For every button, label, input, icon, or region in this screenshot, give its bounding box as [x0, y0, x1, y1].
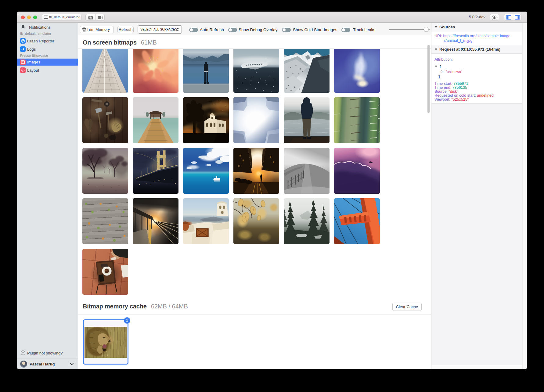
svg-text:?: ? [22, 351, 24, 354]
